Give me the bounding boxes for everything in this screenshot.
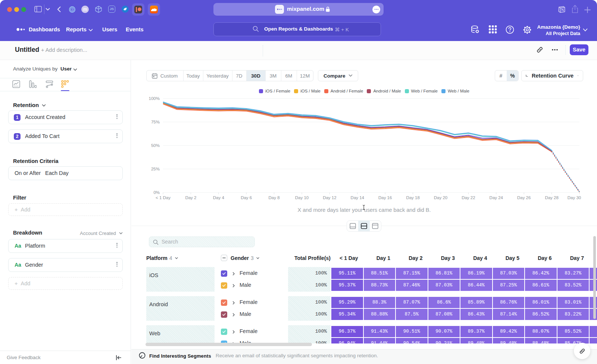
svg-text:Day 14: Day 14 [351,195,365,200]
svg-text:Day 26: Day 26 [517,195,531,200]
svg-text:0%: 0% [153,190,160,195]
svg-text:N: N [561,8,564,12]
svg-text:25%: 25% [151,167,160,171]
svg-text:Day 20: Day 20 [434,195,447,200]
svg-text:Day 2: Day 2 [185,195,196,200]
svg-text:Day 12: Day 12 [323,195,336,200]
svg-text:Day 8: Day 8 [269,195,280,200]
svg-text:Day 4: Day 4 [213,195,225,200]
svg-text:Day 18: Day 18 [406,195,419,200]
svg-text:< 1 Day: < 1 Day [156,195,171,200]
svg-text:50%: 50% [151,143,160,148]
svg-text:100%: 100% [149,96,160,101]
svg-text:Day 6: Day 6 [241,195,252,200]
svg-text:Day 16: Day 16 [378,195,392,200]
svg-text:Day 28: Day 28 [545,195,558,200]
svg-text:Day 30: Day 30 [568,195,581,200]
svg-text:Day 10: Day 10 [295,195,309,200]
svg-text:Day 24: Day 24 [490,195,503,200]
svg-text:Day 22: Day 22 [462,195,475,200]
svg-text:75%: 75% [151,120,160,124]
